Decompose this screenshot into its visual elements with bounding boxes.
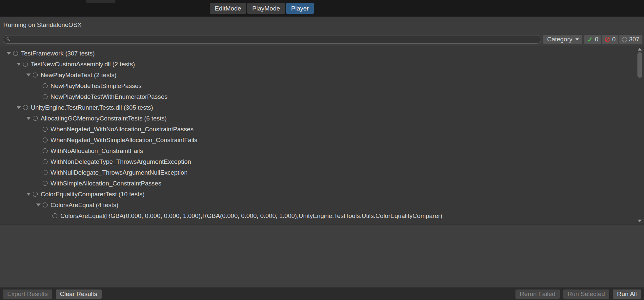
- filter-bar: Category ✓ 0 0 307: [0, 33, 644, 46]
- foldout-arrow-icon[interactable]: [14, 106, 23, 109]
- tree-row[interactable]: NewPlayModeTest (2 tests): [0, 70, 644, 80]
- test-status-circle-icon: [33, 192, 38, 197]
- tree-item-label: AllocatingGCMemoryConstraintTests (6 tes…: [41, 115, 167, 122]
- tree-item-label: ColorEqualityComparerTest (10 tests): [41, 191, 145, 198]
- foldout-arrow-icon[interactable]: [14, 63, 23, 66]
- tree-row[interactable]: ColorsAreEqual(RGBA(0.000, 0.000, 0.000,…: [0, 221, 644, 224]
- passed-count: 0: [595, 36, 598, 43]
- test-status-circle-icon: [43, 203, 48, 207]
- test-status-circle-icon: [33, 73, 38, 77]
- footer-toolbar: Export Results Clear Results Rerun Faile…: [0, 288, 644, 300]
- foldout-arrow-icon[interactable]: [24, 74, 33, 76]
- chevron-down-icon: [575, 38, 579, 40]
- passed-filter-button[interactable]: ✓ 0: [584, 35, 601, 44]
- test-status-circle-icon: [43, 148, 48, 153]
- tab-editmode-label: EditMode: [215, 5, 241, 12]
- tree-item-label: WithNullDelegate_ThrowsArgumentNullExcep…: [50, 169, 188, 176]
- tab-player[interactable]: Player: [286, 3, 314, 14]
- foldout-arrow-icon[interactable]: [34, 204, 43, 206]
- tree-row[interactable]: TestFramework (307 tests): [0, 48, 644, 59]
- tree-item-label: WithNonDelegateType_ThrowsArgumentExcept…: [50, 158, 191, 165]
- tree-item-label: TestNewCustomAssembly.dll (2 tests): [31, 61, 135, 68]
- window-tab-notch: [86, 0, 115, 3]
- tree-item-label: ColorsAreEqual (4 tests): [50, 202, 118, 209]
- notrun-count: 307: [629, 36, 639, 43]
- run-selected-button[interactable]: Run Selected: [563, 289, 609, 299]
- tree-row[interactable]: NewPlayModeTestWithEnumeratorPasses: [0, 91, 644, 102]
- tree-row[interactable]: WithNonDelegateType_ThrowsArgumentExcept…: [0, 156, 644, 167]
- tree-item-label: NewPlayModeTest (2 tests): [41, 72, 116, 79]
- tree-item-label: WithNoAllocation_ConstraintFails: [50, 147, 143, 155]
- tree-item-label: ColorsAreEqual(RGBA(0.000, 0.000, 0.000,…: [60, 212, 442, 220]
- test-status-circle-icon: [43, 159, 48, 164]
- tree-row[interactable]: WhenNegated_WithNoAllocation_ConstraintP…: [0, 124, 644, 135]
- mode-tab-group: EditMode PlayMode Player: [210, 3, 314, 14]
- foldout-arrow-icon[interactable]: [5, 52, 13, 55]
- tree-row[interactable]: ColorEqualityComparerTest (10 tests): [0, 189, 644, 200]
- export-results-label: Export Results: [7, 290, 48, 298]
- scroll-up-icon[interactable]: [636, 47, 643, 52]
- run-all-label: Run All: [617, 290, 637, 298]
- test-status-circle-icon: [43, 127, 48, 132]
- tree-row[interactable]: AllocatingGCMemoryConstraintTests (6 tes…: [0, 113, 644, 124]
- tree-row[interactable]: WithNoAllocation_ConstraintFails: [0, 145, 644, 156]
- failed-count: 0: [612, 36, 616, 43]
- test-status-circle-icon: [23, 62, 28, 67]
- search-icon: [6, 37, 11, 42]
- test-status-circle-icon: [23, 105, 28, 110]
- tree-item-label: WhenNegated_WithNoAllocation_ConstraintP…: [50, 126, 193, 133]
- rerun-failed-button[interactable]: Rerun Failed: [515, 289, 560, 299]
- search-input[interactable]: [13, 36, 538, 43]
- run-all-button[interactable]: Run All: [613, 289, 641, 299]
- run-selected-label: Run Selected: [568, 290, 605, 298]
- export-results-button[interactable]: Export Results: [3, 289, 52, 299]
- tree-item-label: UnityEngine.TestRunner.Tests.dll (305 te…: [31, 104, 153, 111]
- tree-item-label: WhenNegated_WithSimpleAllocation_Constra…: [50, 137, 197, 144]
- tree-item-label: WithSimpleAllocation_ConstraintPasses: [50, 180, 161, 187]
- test-detail-panel: [0, 224, 644, 288]
- fail-icon: [605, 37, 610, 42]
- test-status-circle-icon: [13, 51, 18, 56]
- tree-row[interactable]: WhenNegated_WithSimpleAllocation_Constra…: [0, 135, 644, 145]
- status-line: Running on StandaloneOSX: [0, 16, 644, 33]
- notrun-filter-button[interactable]: 307: [619, 35, 642, 44]
- result-filter-group: ✓ 0 0 307: [584, 35, 642, 44]
- rerun-failed-label: Rerun Failed: [520, 290, 555, 298]
- category-dropdown[interactable]: Category: [543, 35, 582, 44]
- test-tree: TestFramework (307 tests) TestNewCustomA…: [0, 46, 644, 224]
- scroll-down-icon[interactable]: [636, 219, 643, 223]
- tree-row[interactable]: NewPlayModeTestSimplePasses: [0, 80, 644, 91]
- notrun-icon: [622, 37, 627, 42]
- pass-icon: ✓: [587, 36, 593, 43]
- clear-results-button[interactable]: Clear Results: [56, 289, 102, 299]
- tree-row[interactable]: UnityEngine.TestRunner.Tests.dll (305 te…: [0, 102, 644, 113]
- tree-item-label: TestFramework (307 tests): [21, 50, 95, 57]
- tree-row[interactable]: TestNewCustomAssembly.dll (2 tests): [0, 59, 644, 70]
- tree-scrollbar[interactable]: [636, 47, 643, 223]
- tree-row[interactable]: ColorsAreEqual(RGBA(0.000, 0.000, 0.000,…: [0, 210, 644, 221]
- test-status-circle-icon: [52, 213, 57, 218]
- test-status-circle-icon: [43, 181, 48, 186]
- status-line-text: Running on StandaloneOSX: [3, 21, 82, 29]
- test-status-circle-icon: [43, 83, 48, 88]
- foldout-arrow-icon[interactable]: [24, 117, 33, 120]
- tab-playmode-label: PlayMode: [252, 5, 280, 12]
- tree-row[interactable]: WithNullDelegate_ThrowsArgumentNullExcep…: [0, 167, 644, 178]
- test-status-circle-icon: [43, 94, 48, 99]
- tree-row[interactable]: WithSimpleAllocation_ConstraintPasses: [0, 178, 644, 189]
- scrollbar-thumb[interactable]: [637, 52, 642, 78]
- tree-item-label: NewPlayModeTestWithEnumeratorPasses: [50, 93, 168, 100]
- top-toolbar: EditMode PlayMode Player: [0, 0, 644, 16]
- test-status-circle-icon: [43, 170, 48, 175]
- foldout-arrow-icon[interactable]: [24, 193, 33, 196]
- test-status-circle-icon: [33, 116, 38, 121]
- tab-playmode[interactable]: PlayMode: [247, 3, 285, 14]
- search-box[interactable]: [3, 35, 541, 44]
- tree-row[interactable]: ColorsAreEqual (4 tests): [0, 200, 644, 210]
- test-status-circle-icon: [43, 138, 48, 142]
- category-dropdown-label: Category: [547, 36, 572, 43]
- tab-editmode[interactable]: EditMode: [210, 3, 246, 14]
- failed-filter-button[interactable]: 0: [602, 35, 619, 44]
- tab-player-label: Player: [291, 5, 309, 12]
- tree-item-label: NewPlayModeTestSimplePasses: [50, 82, 142, 90]
